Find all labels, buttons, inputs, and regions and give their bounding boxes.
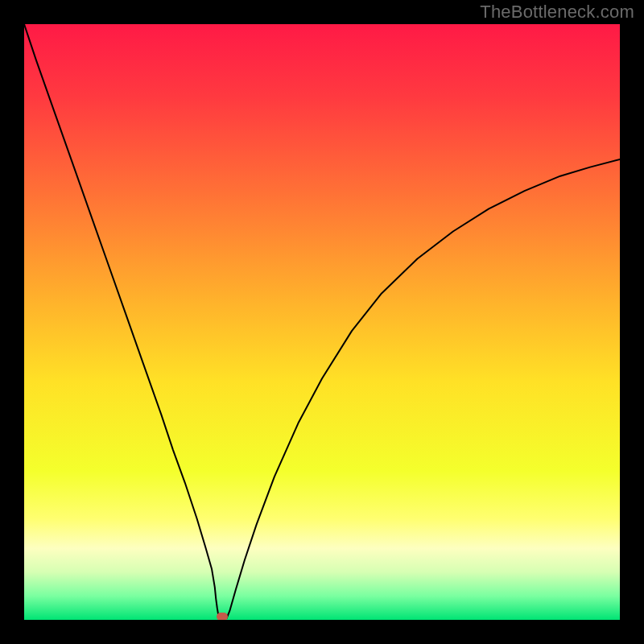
- chart-frame: TheBottleneck.com: [0, 0, 644, 644]
- watermark-text: TheBottleneck.com: [480, 2, 634, 23]
- chart-plot-area: [24, 24, 620, 620]
- chart-svg: [24, 24, 620, 620]
- chart-background: [24, 24, 620, 620]
- optimal-point-marker: [217, 613, 228, 620]
